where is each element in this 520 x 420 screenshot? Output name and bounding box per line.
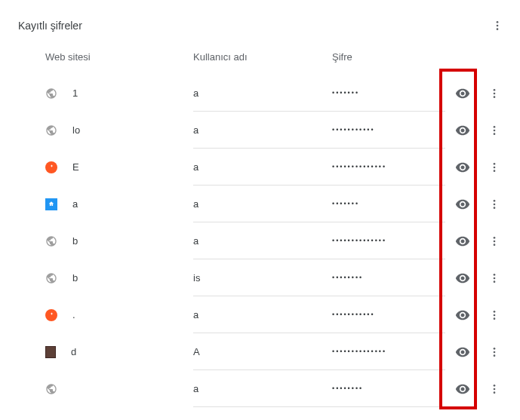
password-cell: •••••••	[332, 185, 445, 222]
site-text: b	[72, 235, 78, 247]
site-cell[interactable]: .	[45, 309, 193, 321]
globe-icon	[45, 272, 57, 284]
show-password-button[interactable]	[455, 197, 470, 212]
password-cell: ••••••••	[332, 370, 445, 407]
section-more-button[interactable]	[490, 18, 505, 33]
row-more-button[interactable]	[487, 86, 502, 101]
password-row[interactable]: dA••••••••••••••	[0, 333, 520, 370]
globe-icon	[45, 383, 57, 395]
site-text: a	[72, 198, 78, 210]
site-cell[interactable]: 1	[45, 87, 193, 100]
password-row[interactable]: .a•••••••••••	[0, 296, 520, 333]
show-password-button[interactable]	[455, 234, 470, 249]
globe-icon	[45, 124, 57, 136]
username-cell: a	[193, 222, 332, 259]
section-title: Kayıtlı şifreler	[18, 20, 82, 32]
show-password-button[interactable]	[455, 382, 470, 397]
show-password-button[interactable]	[455, 123, 470, 138]
col-header-site: Web sitesi	[45, 51, 193, 63]
svg-point-2	[497, 28, 499, 30]
row-more-button[interactable]	[487, 197, 502, 212]
password-row[interactable]: 1a•••••••	[0, 75, 520, 112]
password-row[interactable]: ba••••••••••••••	[0, 222, 520, 259]
row-more-button[interactable]	[487, 308, 502, 323]
column-headers: Web sitesi Kullanıcı adı Şifre	[0, 39, 520, 75]
site-cell[interactable]: b	[45, 272, 193, 284]
password-cell: ••••••••••••••	[332, 222, 445, 259]
username-cell: A	[193, 333, 332, 370]
home-icon	[45, 198, 57, 210]
row-more-button[interactable]	[487, 123, 502, 138]
row-more-button[interactable]	[487, 345, 502, 360]
site-cell[interactable]: d	[45, 346, 193, 358]
username-cell: a	[193, 296, 332, 333]
username-cell: is	[193, 259, 332, 296]
row-more-button[interactable]	[487, 271, 502, 286]
book-icon	[45, 346, 56, 358]
site-cell[interactable]: a	[45, 198, 193, 210]
password-cell: ••••••••	[332, 259, 445, 296]
show-password-button[interactable]	[455, 271, 470, 286]
row-more-button[interactable]	[487, 160, 502, 175]
col-header-pass: Şifre	[332, 51, 520, 63]
site-cell[interactable]: E	[45, 161, 193, 173]
password-row[interactable]: Ea••••••••••••••	[0, 149, 520, 185]
password-row[interactable]: bis••••••••	[0, 259, 520, 296]
password-cell: ••••••••••••••	[332, 149, 445, 185]
password-row[interactable]: loa•••••••••••	[0, 112, 520, 149]
show-password-button[interactable]	[455, 308, 470, 323]
svg-point-1	[497, 25, 499, 27]
show-password-button[interactable]	[455, 345, 470, 360]
row-more-button[interactable]	[487, 234, 502, 249]
password-cell: ••••••••••••••	[332, 333, 445, 370]
site-text: 1	[72, 87, 78, 99]
password-row[interactable]: aa•••••••	[0, 185, 520, 222]
username-cell: a	[193, 112, 332, 149]
site-text: lo	[72, 124, 80, 136]
username-cell: a	[193, 185, 332, 222]
site-cell[interactable]	[45, 383, 193, 395]
site-cell[interactable]: lo	[45, 124, 193, 136]
password-row[interactable]: a••••••••	[0, 370, 520, 407]
site-text: d	[71, 346, 76, 357]
show-password-button[interactable]	[455, 86, 470, 101]
music-note-icon	[45, 161, 57, 173]
globe-icon	[45, 87, 57, 100]
password-cell: •••••••••••	[332, 112, 445, 149]
globe-icon	[45, 235, 57, 247]
username-cell: a	[193, 370, 332, 407]
show-password-button[interactable]	[455, 160, 470, 175]
username-cell: a	[193, 75, 332, 112]
col-header-user: Kullanıcı adı	[193, 51, 332, 63]
password-cell: •••••••	[332, 75, 445, 112]
password-cell: •••••••••••	[332, 296, 445, 333]
row-more-button[interactable]	[487, 382, 502, 397]
music-note-icon	[45, 309, 57, 321]
svg-point-0	[497, 21, 499, 23]
site-text: b	[72, 272, 78, 284]
site-text: .	[72, 309, 75, 320]
username-cell: a	[193, 149, 332, 185]
site-cell[interactable]: b	[45, 235, 193, 247]
site-text: E	[72, 161, 79, 173]
